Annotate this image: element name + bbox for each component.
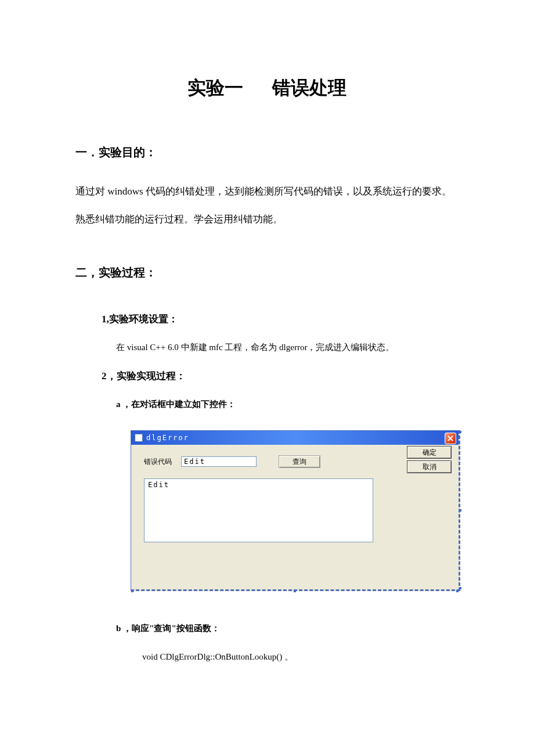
- item-b-code: void CDlgErrorDlg::OnButtonLookup() 。: [142, 651, 459, 663]
- error-code-label: 错误代码: [144, 457, 172, 467]
- result-textarea[interactable]: Edit: [144, 478, 373, 542]
- item-b-heading: b ，响应"查询"按钮函数：: [116, 623, 459, 634]
- cancel-button[interactable]: 取消: [407, 460, 452, 473]
- app-icon: [135, 434, 143, 442]
- dialog-titlebar: dlgError: [131, 431, 459, 445]
- section-1-heading: 一．实验目的：: [75, 145, 459, 160]
- ok-button[interactable]: 确定: [407, 446, 452, 459]
- close-icon[interactable]: [445, 433, 456, 444]
- error-code-input[interactable]: Edit: [181, 456, 257, 467]
- dialog-title: dlgError: [146, 434, 189, 442]
- sub-2-heading: 2，实验实现过程：: [102, 369, 459, 383]
- query-button[interactable]: 查询: [279, 455, 320, 468]
- title-part1: 实验一: [187, 77, 243, 98]
- dialog-screenshot: dlgError 确定 取消 错误代码 Edit 查询 Edit: [131, 430, 460, 591]
- section-1-body: 通过对 windows 代码的纠错处理，达到能检测所写代码的错误，以及系统运行的…: [75, 178, 459, 233]
- sub-1-heading: 1,实验环境设置：: [102, 312, 459, 326]
- section-2-heading: 二，实验过程：: [75, 265, 459, 280]
- title-part2: 错误处理: [272, 77, 347, 98]
- document-title: 实验一错误处理: [75, 75, 459, 101]
- item-a-heading: a ，在对话框中建立如下控件：: [116, 399, 459, 410]
- sub-1-text: 在 visual C++ 6.0 中新建 mfc 工程，命名为 dlgerror…: [116, 342, 459, 353]
